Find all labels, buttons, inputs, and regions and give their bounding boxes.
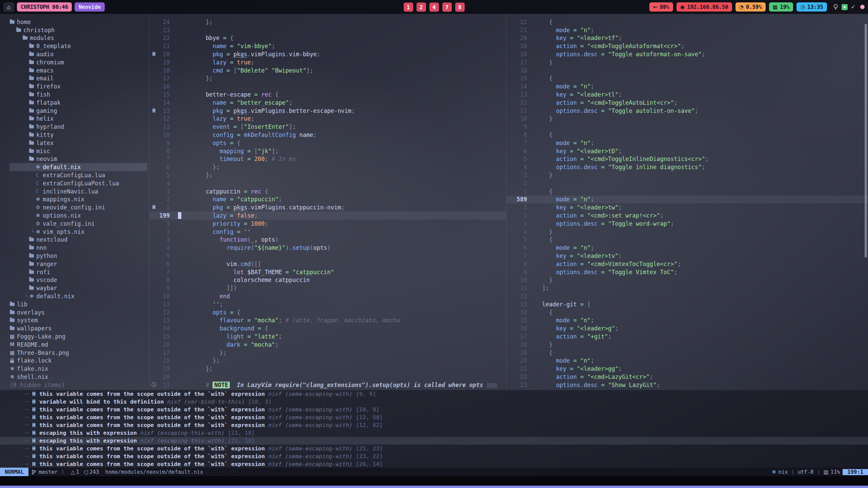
code-line[interactable]: 23 xyxy=(149,26,506,34)
quickfix-item[interactable]: ─Hthis variable comes from the scope out… xyxy=(0,413,868,421)
code-line[interactable]: H13 pkg = pkgs.vimPlugins.better-escape-… xyxy=(149,107,506,115)
code-line[interactable]: 199 lazy = false; xyxy=(149,211,506,220)
code-line[interactable]: 11 ]; xyxy=(507,284,868,292)
code-line[interactable]: 10 end xyxy=(149,292,506,300)
tree-item-firefox[interactable]: firefox xyxy=(9,82,147,90)
code-line[interactable]: 20 key = "<leader>tf"; xyxy=(507,34,868,42)
tree-item-flake.lock[interactable]: flake.lock xyxy=(9,357,147,365)
code-line[interactable]: 23 options.desc = "Show LazyGit"; xyxy=(507,381,868,389)
tree-item-latex[interactable]: latex xyxy=(9,139,147,147)
code-line[interactable]: 5 action = "<cmd>ToggleInlineDiagnostics… xyxy=(507,155,868,163)
code-line[interactable]: 14 mode = "n"; xyxy=(507,82,868,90)
tree-item-chromium[interactable]: chromium xyxy=(9,58,147,66)
tree-item-readme.md[interactable]: MREADME.md xyxy=(9,341,147,349)
metric-cpu[interactable]: ◔0.59% xyxy=(735,2,766,12)
code-line[interactable]: 14 background = { xyxy=(149,324,506,332)
system-logo-icon[interactable]: ⌂ xyxy=(3,2,14,12)
code-line[interactable]: 22 { xyxy=(507,18,868,26)
tree-item-misc[interactable]: misc xyxy=(9,147,147,155)
code-line[interactable]: 12 action = "<cmd>ToggleAutoLint<cr>"; xyxy=(507,99,868,107)
tree-item-default.nix[interactable]: └❄default.nix xyxy=(9,292,147,300)
code-line[interactable]: 7 key = "<leader>tv"; xyxy=(507,252,868,260)
code-line[interactable]: 11 event = ["InsertEnter"]; xyxy=(149,123,506,131)
code-line[interactable]: 15 light = "latte"; xyxy=(149,332,506,341)
code-line[interactable]: 8 action = "<cmd>VimtexTocToggle<cr>"; xyxy=(507,260,868,268)
tree-item-rofi[interactable]: rofi xyxy=(9,268,147,276)
code-line[interactable]: 21 mode = "n"; xyxy=(507,26,868,34)
quickfix-item[interactable]: ─Hescaping this with expressionnixf (esc… xyxy=(0,437,868,445)
code-line[interactable]: 9 options.desc = "Toggle Vimtex ToC"; xyxy=(507,268,868,276)
tree-item-foggy-lake.png[interactable]: ▦Foggy-Lake.png xyxy=(9,332,147,341)
code-line[interactable]: 16 xyxy=(507,66,868,75)
workspace-8[interactable]: 8 xyxy=(455,2,465,12)
code-line[interactable]: 6 }; xyxy=(149,163,506,171)
code-line[interactable]: 2 name = "catppuccin"; xyxy=(149,196,506,204)
tree-item-inclinenavic.lua[interactable]: ☾inclineNavic.lua xyxy=(9,187,147,196)
code-line[interactable]: 22 action = "<cmd>LazyGit<cr>"; xyxy=(507,373,868,381)
code-line[interactable]: 17 } xyxy=(507,58,868,66)
tree-item-9hiddenitems[interactable]: (9 hidden items) xyxy=(9,381,147,389)
code-line[interactable]: 13 flavour = "mocha"; # latte, frappe, m… xyxy=(149,316,506,324)
code-line[interactable]: 14 name = "better_escape"; xyxy=(149,99,506,107)
code-line[interactable]: 4 require("${name}").setup(opts) xyxy=(149,244,506,252)
metric-clock[interactable]: ◷13:35 xyxy=(796,2,827,12)
tree-item-home[interactable]: home xyxy=(9,18,147,26)
code-line[interactable]: 8 colorscheme catppuccin xyxy=(149,276,506,284)
workspace-2[interactable]: 2 xyxy=(417,2,426,12)
code-line[interactable]: 6 vim.cmd([[ xyxy=(149,260,506,268)
code-line[interactable]: 7 mode = "n"; xyxy=(507,139,868,147)
code-line[interactable]: 15 better-escape = rec { xyxy=(149,90,506,99)
code-line[interactable]: 15 mode = "n"; xyxy=(507,316,868,324)
workspace-1[interactable]: 1 xyxy=(404,2,413,12)
code-line[interactable]: 7 let $BAT_THEME = "catppuccin" xyxy=(149,268,506,276)
workspace-4[interactable]: 4 xyxy=(429,2,439,12)
code-line[interactable]: 1 key = "<leader>tw"; xyxy=(507,203,868,211)
tree-item-fish[interactable]: fish xyxy=(9,90,147,99)
session-badge[interactable]: CHRISTOPH 00:46 xyxy=(17,2,72,12)
code-line[interactable]: 24 }; xyxy=(149,18,506,26)
tree-item-audio[interactable]: audio xyxy=(9,50,147,58)
pink-status-dot[interactable] xyxy=(860,5,865,9)
tree-item-neovim[interactable]: neovim xyxy=(9,155,147,163)
code-line[interactable]: 2 config = '' xyxy=(149,228,506,236)
tree-item-options.nix[interactable]: ❄options.nix xyxy=(9,211,147,220)
code-line[interactable]: 18 } xyxy=(507,341,868,349)
tree-item-extraconfigluapost.lua[interactable]: ☾extraConfigLuaPost.lua xyxy=(9,179,147,187)
scrollbar[interactable] xyxy=(865,24,867,258)
code-line[interactable]: 13 key = "<leader>tl"; xyxy=(507,90,868,99)
code-line[interactable]: 14 { xyxy=(507,308,868,317)
code-line[interactable]: 12 lazy = true; xyxy=(149,115,506,123)
workspace-7[interactable]: 7 xyxy=(442,2,452,12)
tree-item-ranger[interactable]: ranger xyxy=(9,260,147,268)
tree-item-nnn[interactable]: nnn xyxy=(9,244,147,252)
metric-memory[interactable]: ▦19% xyxy=(769,2,793,12)
tree-item-shell.nix[interactable]: ❄shell.nix xyxy=(9,373,147,381)
code-line[interactable]: 6 mode = "n"; xyxy=(507,244,868,252)
code-line[interactable]: H1 pkg = pkgs.vimPlugins.catppuccin-nvim… xyxy=(149,203,506,211)
code-line[interactable]: 4 xyxy=(149,179,506,187)
tree-item-overlays[interactable]: overlays xyxy=(9,308,147,317)
tree-item-vscode[interactable]: vscode xyxy=(9,276,147,284)
code-line[interactable]: 20 mode = "n"; xyxy=(507,357,868,365)
code-line[interactable]: 20 xyxy=(149,373,506,381)
metric-battery[interactable]: ←80% xyxy=(649,2,673,12)
code-line[interactable]: 9 ]]) xyxy=(149,284,506,292)
green-app-icon[interactable] xyxy=(842,4,848,10)
code-line[interactable]: 16 xyxy=(149,82,506,90)
code-line[interactable]: 22 bbye = { xyxy=(149,34,506,42)
code-line[interactable]: 5 { xyxy=(507,236,868,244)
tree-item-vim_opts.nix[interactable]: └❄vim_opts.nix xyxy=(9,228,147,236)
tree-item-mappings.nix[interactable]: ❄mappings.nix xyxy=(9,196,147,204)
tree-item-christoph[interactable]: christoph xyxy=(9,26,147,34)
tree-item-flatpak[interactable]: flatpak xyxy=(9,99,147,107)
metric-network-ip[interactable]: ◉192.168.86.50 xyxy=(677,2,732,12)
code-line[interactable]: 12 xyxy=(507,292,868,300)
code-line[interactable]: 4 options.desc = "Toggle inline diagnost… xyxy=(507,163,868,171)
tree-item-lib[interactable]: lib xyxy=(9,300,147,308)
code-line[interactable]: 6 key = "<leader>tD"; xyxy=(507,147,868,155)
tree-item-gaming[interactable]: gaming xyxy=(9,107,147,115)
tree-item-system[interactable]: system xyxy=(9,316,147,324)
code-line[interactable]: 9 xyxy=(507,123,868,131)
code-line[interactable]: 5 xyxy=(149,252,506,260)
code-line[interactable]: 19 action = "<cmd>ToggleAutoformat<cr>"; xyxy=(507,42,868,50)
